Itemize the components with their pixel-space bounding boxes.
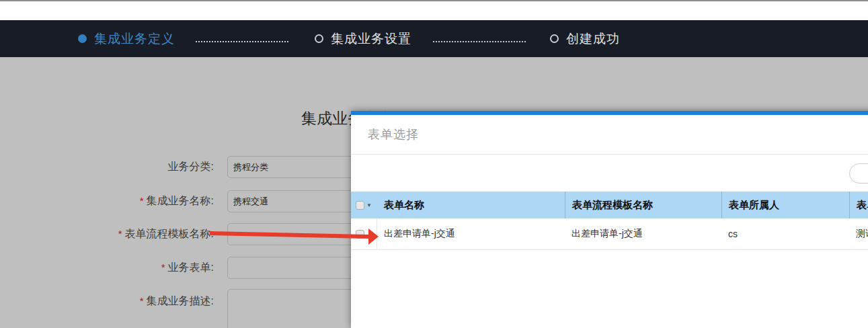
select-all-checkbox[interactable] [356,201,364,210]
column-header-template-name: 表单流程模板名称 [565,192,721,218]
step-active-dot-icon [78,34,87,43]
step-pending-dot-icon [315,34,323,43]
step-connector [433,41,526,42]
table-row[interactable]: 出差申请单-j交通 出差申请单-j交通 cs 测试分类 [351,218,868,250]
cell-owner: cs [721,218,849,249]
step-connector [196,41,288,42]
step-label: 集成业务定义 [94,30,175,48]
step-label: 创建成功 [566,30,620,48]
form-select-dialog: 表单选择 ▼ 表单名称 表单流程模板名称 表单所属人 表单分类 出差申请单-j交… [351,111,868,328]
dialog-toolbar [351,155,868,192]
dialog-title: 表单选择 [368,126,419,142]
step-label: 集成业务设置 [331,30,411,48]
chevron-down-icon[interactable]: ▼ [366,202,372,208]
cell-category: 测试分类 [849,218,868,249]
step-integration-settings[interactable]: 集成业务设置 [315,20,411,57]
step-create-success[interactable]: 创建成功 [550,20,620,57]
table-header-row: ▼ 表单名称 表单流程模板名称 表单所属人 表单分类 [351,192,868,218]
step-pending-dot-icon [550,34,559,43]
select-all-control[interactable]: ▼ [351,192,377,218]
cell-form-name: 出差申请单-j交通 [377,218,565,249]
dialog-header: 表单选择 [351,115,868,155]
row-checkbox-cell [351,218,377,249]
top-white-strip [0,1,868,20]
row-checkbox[interactable] [356,230,364,239]
column-header-owner: 表单所属人 [721,192,849,218]
column-header-category: 表单分类 [849,192,868,218]
wizard-stepper-bar: 集成业务定义 集成业务设置 创建成功 [0,20,868,57]
search-input[interactable] [849,163,868,183]
cell-template-name: 出差申请单-j交通 [565,218,721,249]
step-integration-definition[interactable]: 集成业务定义 [78,20,175,57]
column-header-form-name: 表单名称 [377,192,565,218]
